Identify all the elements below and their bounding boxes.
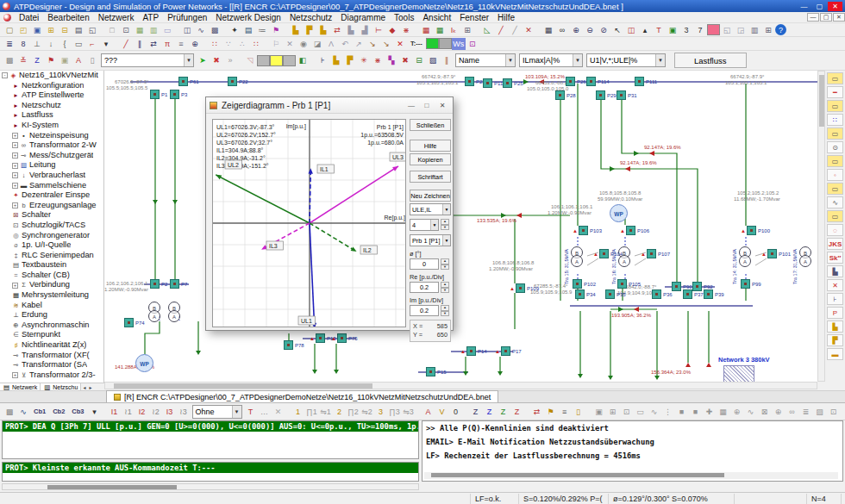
load-icon[interactable]: ↓ — [44, 38, 58, 50]
cl-icon[interactable]: ∴ — [235, 38, 249, 50]
phase1-icon[interactable]: I1 — [108, 406, 122, 418]
comp-jks-icon[interactable]: JKS — [827, 238, 843, 250]
comp-line-red-icon[interactable]: ━ — [827, 86, 843, 98]
flag-red-icon[interactable]: ⚑ — [44, 54, 58, 66]
node-red-icon[interactable]: ◆ — [385, 24, 399, 36]
curve-diagram-icon[interactable]: ∿ — [194, 24, 208, 36]
tree-item[interactable]: ◎ Synchrongenerator — [0, 231, 103, 241]
tree-expand-icon[interactable]: + — [12, 133, 18, 139]
color-green-swatch[interactable] — [426, 38, 439, 49]
run-check-icon[interactable]: ➤ — [196, 54, 210, 66]
tree-expand-icon[interactable]: + — [12, 142, 18, 148]
bus-node[interactable]: ▲ P29 — [596, 90, 617, 100]
hilfe-button[interactable]: Hilfe — [410, 140, 451, 152]
phase2-icon[interactable]: I2 — [135, 406, 149, 418]
tree-item[interactable]: ⌀ 1p. U/I-Quelle — [0, 240, 103, 251]
tree-expand-icon[interactable]: - — [2, 72, 8, 78]
comp-p-icon[interactable]: P — [827, 307, 843, 319]
voltage-display-combo[interactable]: U1|V,*;ULE|%▼ — [586, 53, 666, 67]
grid-settings-icon[interactable]: ▦ — [541, 24, 555, 36]
fit-expand-icon[interactable]: ◲ — [734, 24, 748, 36]
tree-item[interactable]: ∈ Sternpunkt — [0, 330, 103, 340]
phi-input[interactable]: 0 — [410, 258, 439, 270]
save-small-icon[interactable]: ▣ — [58, 54, 72, 66]
menu-item[interactable]: Fenster — [455, 13, 493, 22]
eraser-icon[interactable]: ◪ — [310, 38, 324, 50]
bus-node[interactable]: ▲ P34 — [575, 289, 596, 299]
bus-node[interactable]: ▲ P102 — [573, 279, 596, 289]
tree-expand-icon[interactable]: + — [12, 172, 18, 178]
hscroll-thumb[interactable] — [114, 383, 372, 389]
comp-dots-blue-icon[interactable]: ∷ — [827, 114, 843, 126]
tree-item[interactable]: = Schalter (CB) — [0, 271, 103, 281]
rotate-icon[interactable]: ↶ — [338, 38, 352, 50]
meas3-icon[interactable]: ≀3 — [177, 406, 191, 418]
tree-item[interactable]: + ⊻ Transformator 2/3- — [0, 370, 103, 381]
bus-node[interactable]: ▲ P104 — [593, 249, 623, 258]
compare-icon[interactable]: ≔ — [255, 24, 269, 36]
ws-icon[interactable]: Ws — [452, 38, 466, 50]
tree-item[interactable]: ▸ Netzkonfiguration — [0, 81, 103, 91]
canvas-hscrollbar[interactable] — [104, 382, 817, 389]
dialog-close-button[interactable]: ✕ — [435, 100, 449, 111]
move-up-icon[interactable]: ↘ — [366, 38, 379, 50]
re-div-spinner[interactable]: ▲▼ — [441, 282, 449, 293]
close-button[interactable]: ✕ — [828, 2, 842, 11]
cb-dropdown-icon[interactable]: ▾ — [88, 406, 102, 418]
transfer-icon[interactable]: ⇄ — [530, 406, 544, 418]
pulse2-icon[interactable]: ∏2 — [347, 406, 360, 418]
transformer-symbol[interactable]: B A — [168, 302, 182, 322]
comp-sk-icon[interactable]: Sk″ — [827, 252, 843, 264]
pattern2-icon[interactable]: ▩ — [3, 406, 16, 418]
pulse3-icon[interactable]: ∏3 — [388, 406, 402, 418]
profile-red-icon[interactable]: ≚ — [16, 54, 30, 66]
menu-item[interactable]: Bearbeiten — [43, 13, 93, 22]
lock-icon[interactable]: ◉ — [297, 38, 310, 50]
kopieren-button[interactable]: Kopieren — [410, 153, 451, 165]
bus-node[interactable]: ▲ P74 — [124, 318, 145, 327]
comp-meter-icon[interactable]: ◦ — [827, 169, 843, 181]
tree-expand-icon[interactable]: + — [12, 372, 18, 378]
cursor-icon[interactable]: ▴ — [638, 24, 652, 36]
message-pane[interactable]: >> Alle P(Q)-Kennlinien sind deaktiviert… — [422, 420, 843, 482]
phase3-icon[interactable]: I3 — [163, 406, 177, 418]
properties-icon[interactable]: ▤ — [241, 24, 255, 36]
scissors-icon[interactable]: ⋇ — [371, 54, 385, 66]
branch-icon[interactable]: ⊢ — [372, 24, 385, 36]
export-icon[interactable]: ⊟ — [58, 24, 72, 36]
color-pick-icon[interactable] — [707, 24, 720, 35]
profile-y2-icon[interactable]: ▛ — [343, 54, 357, 66]
bus-node[interactable]: ▲ P114 — [586, 77, 610, 86]
bus-node[interactable]: ▲ P36 — [652, 289, 673, 299]
flag-icon[interactable]: ⚐ — [269, 38, 283, 50]
bus-node[interactable]: ▲ P31 — [617, 90, 637, 100]
tools-icon[interactable]: ✦ — [228, 24, 241, 36]
axis1-icon[interactable]: 1 — [291, 406, 305, 418]
comp-box2-icon[interactable]: ▭ — [827, 100, 843, 112]
protocol-pane-2[interactable]: PROT> Kleinste erkannte AUS-Kommandozeit… — [2, 462, 419, 482]
bus-node[interactable]: ▲ P14 — [460, 346, 487, 356]
menu-item[interactable]: Datei — [15, 13, 43, 22]
abort-icon[interactable]: ✖ — [210, 54, 223, 66]
transformer-symbol[interactable]: Tra 17: 31,5MVA B A — [799, 246, 813, 267]
grid-diagram-icon[interactable]: ▩ — [208, 24, 222, 36]
mirror-h-icon[interactable]: ↗ — [352, 38, 366, 50]
vscroll-thumb[interactable] — [819, 75, 824, 127]
cb1-icon[interactable]: Cb1 — [30, 406, 49, 418]
bus-node[interactable]: ▲ P109 — [510, 283, 539, 293]
pan-icon[interactable]: ↖ — [610, 24, 624, 36]
view-glasses-icon[interactable]: ∞ — [555, 24, 569, 36]
delete-draw-icon[interactable]: ✕ — [522, 24, 535, 36]
mdi-close-button[interactable]: ✕ — [833, 13, 845, 22]
fit-shrink-icon[interactable]: ◱ — [720, 24, 734, 36]
schriftart-button[interactable]: Schriftart — [410, 171, 451, 183]
new-file-icon[interactable]: ▢ — [3, 24, 16, 36]
busbar-icon[interactable]: ≣ — [3, 38, 16, 50]
ellipsis-icon[interactable]: … — [258, 406, 272, 418]
console-left-hscrollbar[interactable] — [2, 483, 419, 490]
transformer-symbol[interactable]: Tra 14: 31,5MVA B A — [739, 246, 753, 267]
tree-item[interactable]: ⊕ Asynchronmaschin — [0, 320, 103, 331]
bus-node[interactable]: ▲ P22 — [228, 77, 248, 86]
paste-special-icon[interactable]: ▥ — [147, 24, 160, 36]
im-div-spinner[interactable]: ▲▼ — [441, 305, 449, 316]
